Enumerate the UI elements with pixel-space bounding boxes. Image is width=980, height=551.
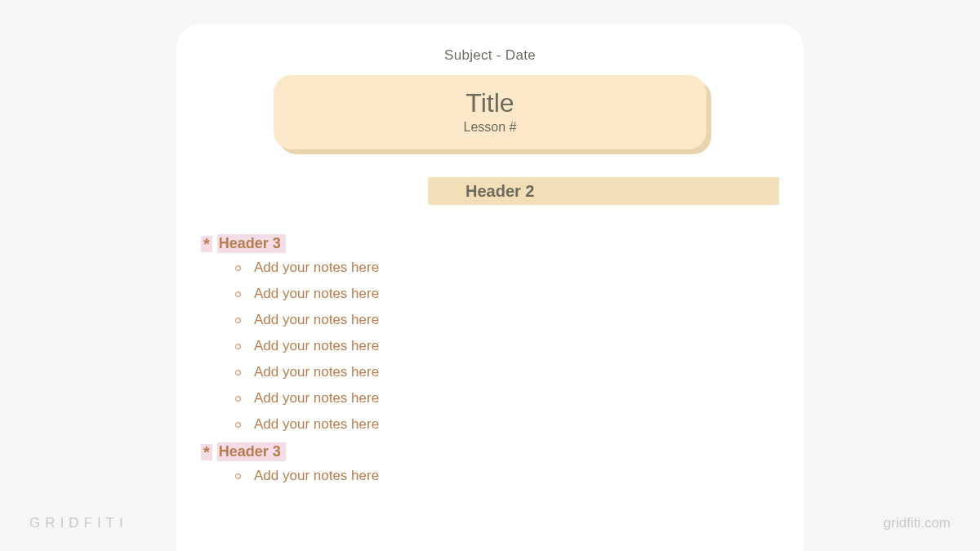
note-text: Add your notes here	[254, 312, 379, 328]
section-1: * Header 3 Add your notes here Add your …	[201, 234, 779, 433]
title-text: Title	[282, 88, 698, 118]
header-3-text: Header 3	[217, 234, 286, 253]
bullet-icon	[235, 265, 241, 271]
asterisk-icon: *	[201, 236, 212, 252]
list-item[interactable]: Add your notes here	[201, 338, 779, 354]
title-card-inner: Title Lesson #	[274, 75, 706, 149]
note-text: Add your notes here	[254, 260, 379, 276]
list-item[interactable]: Add your notes here	[201, 364, 779, 380]
list-item[interactable]: Add your notes here	[201, 286, 779, 302]
bullet-icon	[235, 370, 241, 375]
list-item[interactable]: Add your notes here	[201, 390, 779, 407]
document-page: Subject - Date Title Lesson # Header 2 *…	[176, 24, 804, 551]
section-2: * Header 3 Add your notes here	[201, 442, 779, 484]
note-text: Add your notes here	[254, 364, 379, 380]
note-text: Add your notes here	[254, 390, 379, 407]
asterisk-icon: *	[201, 444, 212, 460]
list-item[interactable]: Add your notes here	[201, 416, 779, 433]
list-item[interactable]: Add your notes here	[201, 312, 779, 328]
subject-date-label[interactable]: Subject - Date	[201, 47, 779, 64]
header-2-bar[interactable]: Header 2	[428, 177, 779, 205]
bullet-icon	[235, 318, 241, 323]
lesson-number: Lesson #	[282, 120, 698, 135]
list-item[interactable]: Add your notes here	[201, 468, 779, 484]
note-text: Add your notes here	[254, 338, 379, 354]
title-card[interactable]: Title Lesson #	[274, 75, 706, 149]
bullet-icon	[235, 422, 241, 428]
header-3-text: Header 3	[217, 442, 286, 461]
bullet-icon	[235, 396, 241, 402]
bullet-icon	[235, 473, 241, 479]
watermark-url: gridfiti.com	[884, 515, 951, 531]
bullet-icon	[235, 291, 241, 297]
header-3-row[interactable]: * Header 3	[201, 442, 779, 461]
watermark-logo: GRIDFITI	[29, 515, 128, 531]
header-3-row[interactable]: * Header 3	[201, 234, 779, 253]
note-text: Add your notes here	[254, 286, 379, 302]
note-text: Add your notes here	[254, 468, 379, 484]
bullet-icon	[235, 344, 241, 349]
note-text: Add your notes here	[254, 416, 379, 433]
list-item[interactable]: Add your notes here	[201, 260, 779, 276]
header-2-text: Header 2	[466, 182, 535, 201]
